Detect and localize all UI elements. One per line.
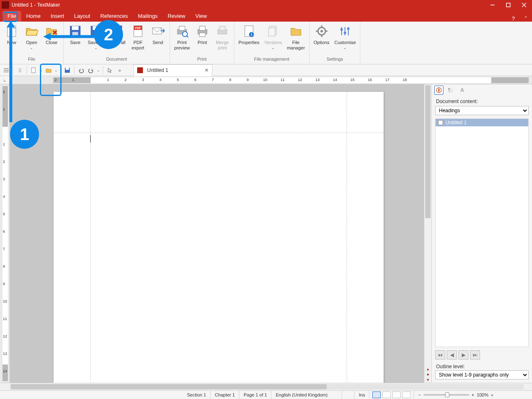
qat-open-dd[interactable]: ⌄: [54, 66, 58, 75]
tab-layout[interactable]: Layout: [69, 11, 95, 22]
chevron-down-icon: ⌄: [94, 46, 98, 49]
quick-access-toolbar: ⌄ ⌄ ⌄ » Untitled 1 ✕: [0, 64, 532, 76]
versions-label: Versions: [264, 40, 282, 45]
svg-point-34: [320, 30, 323, 32]
document-tab-close-icon[interactable]: ✕: [204, 67, 209, 73]
qat-pointer-icon[interactable]: [105, 66, 114, 75]
vertical-ruler[interactable]: 211234567891011121314: [0, 84, 10, 383]
ribbon-group-print: Print preview Print Merge print Print: [170, 22, 234, 64]
checkbox-icon[interactable]: [438, 120, 443, 125]
svg-text:i: i: [251, 32, 252, 37]
send-button[interactable]: Send: [148, 23, 168, 57]
status-chapter[interactable]: Chapter 1: [211, 391, 239, 399]
tab-references[interactable]: References: [95, 11, 133, 22]
outline-level-select[interactable]: Show level 1-9 paragraphs only: [435, 370, 529, 379]
document-canvas[interactable]: [10, 84, 424, 383]
status-ins[interactable]: Ins: [355, 391, 369, 399]
sidepanel-navigator-icon[interactable]: [434, 86, 443, 95]
qat-new-dd[interactable]: ⌄: [39, 66, 43, 75]
scrollbar-thumb[interactable]: [425, 85, 431, 218]
gear-icon: [315, 24, 329, 38]
tab-mailings[interactable]: Mailings: [133, 11, 163, 22]
annotation-badge-2: 2: [94, 20, 123, 49]
sidepanel-paragraph-icon[interactable]: ¶↓: [446, 86, 455, 95]
file-manager-button[interactable]: File manager: [284, 23, 307, 57]
sliders-icon: [338, 24, 352, 38]
ribbon: New ⌄ Open ⌄ Close File Save Save as: [0, 22, 532, 64]
scrollbar-thumb[interactable]: [11, 384, 327, 389]
zoom-slider[interactable]: [424, 394, 469, 396]
minimize-button[interactable]: [485, 0, 500, 10]
printer-icon: [195, 24, 209, 38]
file-manager-icon: [289, 24, 303, 38]
nav-prev-icon[interactable]: ◀: [447, 350, 457, 360]
sidepanel-filter-select[interactable]: Headings: [435, 106, 529, 115]
collapse-ribbon-button[interactable]: ˄: [520, 15, 532, 22]
print-preview-icon: [175, 24, 189, 38]
svg-line-22: [187, 36, 188, 37]
document-tree[interactable]: Untitled 1: [435, 118, 529, 347]
qat-redo-icon[interactable]: [86, 66, 96, 75]
zoom-knob[interactable]: [445, 392, 449, 397]
qat-new-icon[interactable]: [29, 66, 38, 75]
horizontal-ruler[interactable]: 21123456789101112131415161718: [53, 77, 529, 83]
tab-file[interactable]: File: [2, 11, 21, 22]
view-master-icon[interactable]: [382, 392, 391, 398]
print-button[interactable]: Print: [192, 23, 212, 57]
qat-expand-icon[interactable]: »: [115, 66, 124, 75]
group-label: Settings: [311, 57, 359, 64]
view-normal-icon[interactable]: [372, 392, 381, 398]
horizontal-ruler-row: ∟ 21123456789101112131415161718: [0, 76, 532, 84]
properties-button[interactable]: i Properties: [236, 23, 262, 57]
nav-last-icon[interactable]: ⏭: [470, 350, 480, 360]
group-label: Print: [172, 57, 232, 64]
vertical-scrollbar[interactable]: ▴ ● ▾: [424, 84, 431, 383]
zoom-in-icon[interactable]: +: [472, 392, 474, 397]
qat-redo-dd[interactable]: ⌄: [96, 66, 101, 75]
help-button[interactable]: ?: [507, 15, 520, 22]
qat-touch-icon[interactable]: [15, 66, 25, 75]
status-section[interactable]: Section 1: [183, 391, 211, 399]
print-preview-button[interactable]: Print preview: [172, 23, 192, 57]
pdf-export-button[interactable]: PDF PDF export: [128, 23, 148, 57]
next-page-icon[interactable]: ▾: [427, 377, 429, 382]
prev-page-icon[interactable]: ▴: [427, 367, 429, 371]
pdf-icon: PDF: [131, 24, 145, 38]
customise-label: Customise: [334, 40, 356, 45]
svg-point-43: [344, 32, 346, 34]
page-marker-icon[interactable]: ●: [426, 372, 429, 377]
svg-point-44: [347, 27, 350, 30]
qat-save-icon[interactable]: [63, 66, 72, 75]
options-button[interactable]: Options: [311, 23, 332, 57]
open-label: Open: [26, 40, 37, 45]
zoom-more-icon[interactable]: »: [491, 393, 493, 397]
view-web-icon[interactable]: [402, 392, 411, 398]
view-outline-icon[interactable]: [392, 392, 401, 398]
status-language[interactable]: English (United Kingdom): [271, 391, 342, 399]
horizontal-scrollbar[interactable]: [10, 384, 524, 389]
zoom-value[interactable]: 100%: [477, 392, 488, 397]
nav-first-icon[interactable]: ⏮: [435, 350, 445, 360]
tree-root-node[interactable]: Untitled 1: [436, 119, 528, 126]
customise-button[interactable]: Customise ⌄: [332, 23, 358, 57]
tree-root-label: Untitled 1: [446, 120, 467, 126]
tab-view[interactable]: View: [190, 11, 212, 22]
tab-insert[interactable]: Insert: [46, 11, 69, 22]
status-page[interactable]: Page 1 of 1: [239, 391, 271, 399]
nav-next-icon[interactable]: ▶: [458, 350, 468, 360]
open-button[interactable]: Open ⌄: [22, 23, 42, 57]
sidepanel-style-icon[interactable]: A: [458, 86, 467, 95]
svg-point-42: [340, 28, 343, 31]
page[interactable]: [54, 92, 384, 383]
app-icon: [2, 1, 9, 9]
qat-open-icon[interactable]: [44, 66, 53, 75]
tab-home[interactable]: Home: [21, 11, 46, 22]
maximize-button[interactable]: [500, 0, 516, 10]
document-tab[interactable]: Untitled 1 ✕: [133, 64, 212, 76]
properties-icon: i: [242, 24, 256, 38]
qat-undo-icon[interactable]: [76, 66, 86, 75]
chevron-down-icon: ⌄: [343, 46, 347, 49]
close-button[interactable]: [516, 0, 532, 10]
zoom-out-icon[interactable]: −: [418, 392, 421, 397]
tab-review[interactable]: Review: [163, 11, 190, 22]
